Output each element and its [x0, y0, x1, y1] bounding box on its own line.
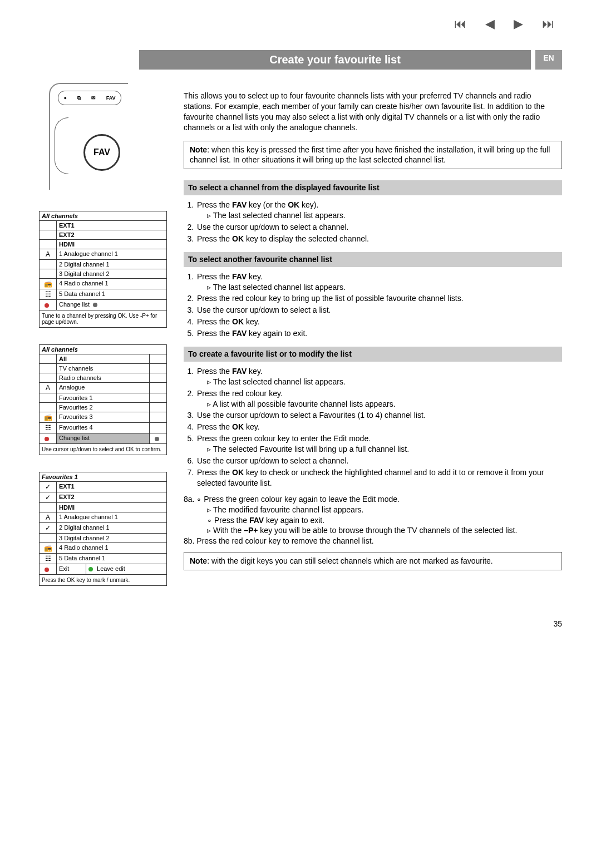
main-text: This allows you to select up to four fav… — [184, 83, 562, 581]
section-2-header: To select another favourite channel list — [184, 252, 562, 267]
remote-illustration: ● ⧉ ✉ FAV FAV — [39, 83, 167, 194]
language-badge: EN — [535, 50, 562, 70]
section-1-header: To select a channel from the displayed f… — [184, 180, 562, 195]
note-box-1: Note: when this key is pressed the first… — [184, 141, 562, 170]
intro-paragraph: This allows you to select up to four fav… — [184, 91, 562, 133]
play-icon[interactable]: ▶ — [514, 17, 529, 31]
note-box-2: Note: with the digit keys you can still … — [184, 552, 562, 570]
step-8b: 8b. Press the red colour key to remove t… — [184, 536, 562, 546]
osd-all-channels: All channels EXT1 EXT2 HDMI A1 Analogue … — [39, 211, 167, 328]
page-number: 35 — [39, 619, 562, 628]
next-icon[interactable]: ⏭ — [542, 17, 560, 31]
top-nav-icons: ⏮ ◀ ▶ ⏭ — [452, 17, 562, 31]
remote-top-row: ● ⧉ ✉ FAV — [58, 91, 121, 105]
remote-fav-button: FAV — [83, 134, 120, 171]
osd-list-select: All channels All TV channels Radio chann… — [39, 344, 167, 455]
remote-dpad — [55, 117, 68, 174]
prev-icon[interactable]: ◀ — [485, 17, 500, 31]
manual-page: ⏮ ◀ ▶ ⏭ Create your favourite list EN ● … — [0, 0, 601, 662]
section-1-steps: Press the FAV key (or the OK key). The l… — [196, 200, 562, 244]
section-3-header: To create a favourite list or to modify … — [184, 347, 562, 362]
left-illustrations: ● ⧉ ✉ FAV FAV All channels EXT1 EXT2 HDM… — [39, 83, 167, 603]
page-title: Create your favourite list — [139, 50, 531, 70]
section-3-steps: Press the FAV key. The last selected cha… — [196, 366, 562, 489]
osd-favourites-edit: Favourites 1 ✓EXT1 ✓EXT2 HDMI A1 Analogu… — [39, 472, 167, 586]
step-8a: 8a. ∘ Press the green colour key again t… — [184, 494, 562, 536]
section-2-steps: Press the FAV key. The last selected cha… — [196, 272, 562, 339]
first-icon[interactable]: ⏮ — [454, 17, 472, 31]
